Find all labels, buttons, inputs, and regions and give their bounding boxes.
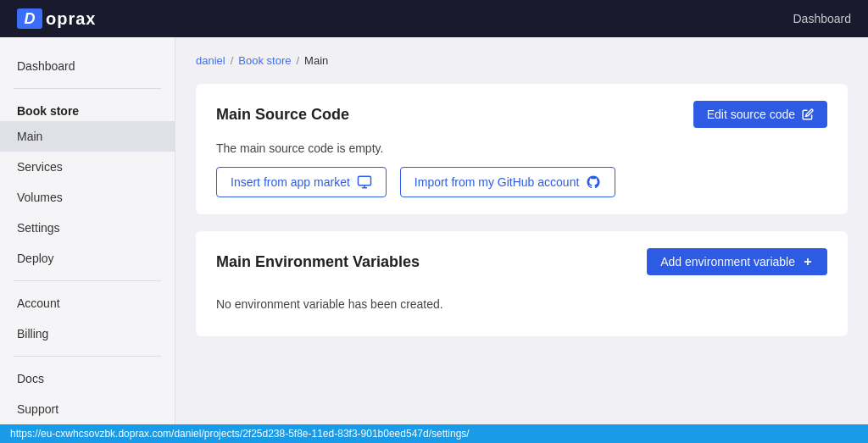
sidebar-item-billing[interactable]: Billing — [0, 318, 175, 349]
insert-from-market-button[interactable]: Insert from app market — [216, 167, 387, 197]
sidebar-item-account[interactable]: Account — [0, 288, 175, 318]
market-icon — [357, 174, 372, 190]
sidebar-item-services[interactable]: Services — [0, 152, 175, 182]
sidebar-item-support[interactable]: Support — [0, 394, 175, 424]
import-github-button[interactable]: Import from my GitHub account — [400, 167, 616, 197]
sidebar: Dashboard Book store Main Services Volum… — [0, 37, 175, 424]
sidebar-item-deploy[interactable]: Deploy — [0, 243, 175, 274]
main-layout: Dashboard Book store Main Services Volum… — [0, 37, 868, 424]
edit-source-code-label: Edit source code — [707, 108, 795, 121]
env-vars-title: Main Environment Variables — [216, 253, 420, 271]
svg-rect-0 — [358, 176, 370, 186]
breadcrumb-bookstore[interactable]: Book store — [238, 54, 291, 67]
plus-icon — [802, 256, 814, 268]
add-env-var-label: Add environment variable — [660, 255, 795, 269]
sidebar-divider-3 — [14, 356, 161, 357]
breadcrumb-main: Main — [304, 54, 328, 67]
source-code-card: Main Source Code Edit source code The ma… — [196, 84, 848, 214]
breadcrumb: daniel / Book store / Main — [196, 54, 848, 67]
source-empty-text: The main source code is empty. — [216, 141, 827, 155]
sidebar-divider-1 — [14, 88, 161, 89]
breadcrumb-sep-2: / — [296, 54, 299, 67]
main-content: daniel / Book store / Main Main Source C… — [175, 37, 868, 424]
status-bar: https://eu-cxwhcsovzbk.doprax.com/daniel… — [0, 424, 868, 443]
sidebar-item-volumes[interactable]: Volumes — [0, 182, 175, 213]
source-actions: Insert from app market Import from my Gi… — [216, 167, 827, 197]
sidebar-item-dashboard[interactable]: Dashboard — [0, 51, 175, 81]
sidebar-item-settings[interactable]: Settings — [0, 213, 175, 243]
sidebar-item-docs[interactable]: Docs — [0, 363, 175, 394]
env-vars-header: Main Environment Variables Add environme… — [216, 248, 827, 275]
breadcrumb-daniel[interactable]: daniel — [196, 54, 225, 67]
add-env-var-button[interactable]: Add environment variable — [647, 248, 827, 275]
edit-icon — [802, 108, 814, 120]
breadcrumb-sep-1: / — [231, 54, 234, 67]
top-nav: D oprax Dashboard — [0, 0, 868, 37]
insert-market-label: Insert from app market — [231, 175, 350, 189]
sidebar-divider-2 — [14, 280, 161, 281]
logo: D oprax — [17, 8, 96, 29]
env-vars-card: Main Environment Variables Add environme… — [196, 231, 848, 336]
source-code-header: Main Source Code Edit source code — [216, 101, 827, 128]
logo-icon: D — [17, 8, 42, 29]
sidebar-project-label: Book store — [0, 96, 175, 121]
nav-dashboard-label[interactable]: Dashboard — [793, 12, 852, 25]
edit-source-code-button[interactable]: Edit source code — [693, 101, 827, 128]
import-github-label: Import from my GitHub account — [415, 175, 580, 189]
status-url: https://eu-cxwhcsovzbk.doprax.com/daniel… — [10, 428, 470, 440]
github-icon — [586, 174, 601, 190]
logo-text: oprax — [46, 9, 96, 29]
sidebar-item-main[interactable]: Main — [0, 121, 175, 152]
source-code-title: Main Source Code — [216, 106, 349, 124]
env-empty-text: No environment variable has been created… — [216, 289, 827, 319]
